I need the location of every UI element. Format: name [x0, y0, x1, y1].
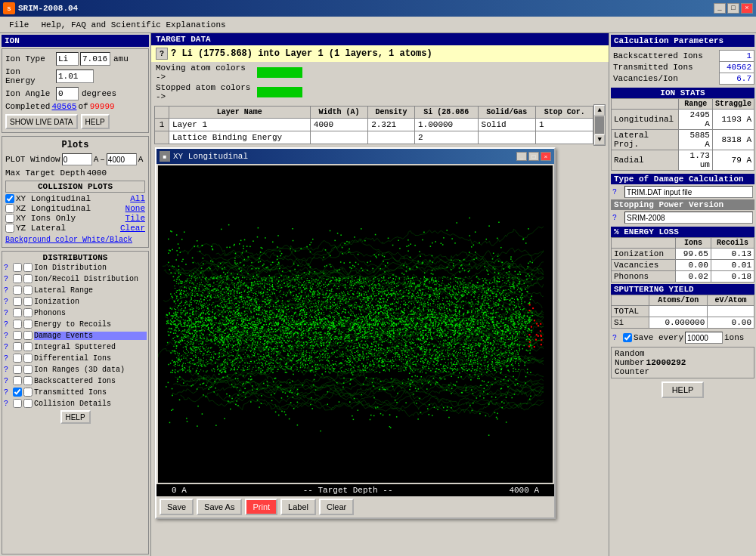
xy-print-button[interactable]: Print [245, 499, 277, 515]
ion-mass-input[interactable] [80, 52, 110, 66]
ion-energy-input[interactable] [56, 70, 94, 83]
moving-atom-color[interactable] [257, 67, 302, 78]
dist-chk1-7[interactable] [13, 331, 22, 340]
dist-q-2[interactable]: ? [4, 275, 11, 283]
xy-maximize[interactable]: □ [528, 152, 539, 161]
dist-chk2-1[interactable] [23, 263, 33, 272]
plot-from-input[interactable] [62, 153, 92, 165]
dist-chk1-10[interactable] [13, 365, 22, 374]
dist-label-8[interactable]: Integral Sputtered [34, 343, 147, 351]
dist-q-1[interactable]: ? [4, 264, 11, 272]
dist-chk1-9[interactable] [13, 354, 22, 363]
xy-long-checkbox[interactable] [5, 194, 14, 203]
xz-long-right[interactable]: None [125, 204, 145, 213]
dist-label-3[interactable]: Lateral Range [34, 286, 147, 295]
dist-chk2-6[interactable] [23, 320, 33, 329]
plot-to-input[interactable] [107, 153, 137, 165]
dist-q-13[interactable]: ? [4, 400, 11, 408]
stopped-atom-color[interactable] [257, 87, 302, 97]
xy-save-as-button[interactable]: Save As [197, 499, 242, 515]
dist-q-11[interactable]: ? [4, 377, 11, 385]
xy-long-right[interactable]: All [130, 194, 145, 203]
layer-density-1[interactable]: 2.321 [368, 119, 415, 131]
dist-label-2[interactable]: Ion/Recoil Distribution [34, 275, 147, 283]
dist-q-5[interactable]: ? [4, 309, 11, 317]
xy-label-button[interactable]: Label [280, 499, 316, 515]
dist-chk1-2[interactable] [13, 274, 22, 283]
dist-chk1-1[interactable] [13, 263, 22, 272]
ion-type-input[interactable] [56, 52, 79, 66]
dist-label-10[interactable]: Ion Ranges (3D data) [34, 366, 147, 374]
save-q[interactable]: ? [612, 334, 621, 342]
dist-q-3[interactable]: ? [4, 286, 11, 295]
distributions-help-button[interactable]: HELP [60, 410, 91, 424]
xy-ions-checkbox[interactable] [5, 214, 14, 223]
ion-angle-input[interactable] [56, 87, 79, 100]
dist-chk1-8[interactable] [13, 342, 22, 351]
dist-chk2-2[interactable] [23, 274, 33, 283]
dist-chk2-12[interactable] [23, 388, 33, 397]
dist-chk2-9[interactable] [23, 354, 33, 363]
info-q-button[interactable]: ? [156, 48, 168, 60]
ion-help-button[interactable]: HELP [81, 114, 110, 129]
show-live-data-button[interactable]: SHOW LIVE DATA [5, 114, 78, 129]
dist-chk1-3[interactable] [13, 286, 22, 295]
dist-q-6[interactable]: ? [4, 320, 11, 329]
minimize-button[interactable]: _ [714, 3, 726, 14]
xy-ions-right[interactable]: Tile [125, 214, 145, 223]
stopping-power-input[interactable] [624, 212, 753, 224]
xy-close[interactable]: × [541, 152, 551, 161]
stopping-q[interactable]: ? [612, 214, 621, 222]
dist-q-10[interactable]: ? [4, 366, 11, 374]
dist-label-13[interactable]: Collision Details [34, 400, 147, 408]
xy-save-button[interactable]: Save [160, 499, 194, 515]
dist-label-1[interactable]: Ion Distribution [34, 264, 147, 272]
dist-chk2-5[interactable] [23, 308, 33, 317]
dist-q-7[interactable]: ? [4, 332, 11, 340]
layer-width-1[interactable]: 4000 [310, 119, 367, 131]
dist-chk1-12[interactable] [13, 388, 22, 397]
scroll-up[interactable]: ▲ [594, 105, 605, 116]
dist-label-12[interactable]: Transmitted Ions [34, 388, 147, 397]
yz-lat-right[interactable]: Clear [120, 224, 145, 233]
dist-chk2-13[interactable] [23, 399, 33, 408]
maximize-button[interactable]: □ [727, 3, 739, 14]
layer-si-1[interactable]: 1.00000 [414, 119, 478, 131]
dist-label-11[interactable]: Backscattered Ions [34, 377, 147, 385]
scroll-down[interactable]: ▼ [594, 134, 605, 145]
damage-calc-input[interactable] [624, 186, 753, 198]
save-every-input[interactable] [685, 332, 723, 344]
dist-q-8[interactable]: ? [4, 343, 11, 351]
dist-q-12[interactable]: ? [4, 388, 11, 397]
dist-chk2-11[interactable] [23, 376, 33, 385]
dist-chk1-4[interactable] [13, 297, 22, 306]
dist-label-4[interactable]: Ionization [34, 298, 147, 306]
dist-chk2-8[interactable] [23, 342, 33, 351]
dist-chk1-6[interactable] [13, 320, 22, 329]
target-scrollbar[interactable]: ▲ ▼ [593, 104, 606, 146]
save-checkbox[interactable] [623, 333, 632, 342]
right-help-button[interactable]: HELP [662, 381, 705, 398]
layer-name-1[interactable]: Layer 1 [169, 119, 310, 131]
dist-label-7[interactable]: Damage Events [34, 332, 147, 340]
dist-chk2-7[interactable] [23, 331, 33, 340]
dist-q-4[interactable]: ? [4, 298, 11, 306]
menu-file[interactable]: File [3, 19, 35, 31]
xy-minimize[interactable]: _ [516, 152, 527, 161]
dist-label-6[interactable]: Energy to Recoils [34, 320, 147, 329]
dist-q-9[interactable]: ? [4, 354, 11, 363]
damage-q[interactable]: ? [612, 188, 621, 196]
dist-label-5[interactable]: Phonons [34, 309, 147, 317]
bg-color-row[interactable]: Background color White/Black [5, 236, 145, 244]
dist-chk2-4[interactable] [23, 297, 33, 306]
dist-label-9[interactable]: Differential Ions [34, 354, 147, 363]
xy-clear-button[interactable]: Clear [319, 499, 354, 515]
dist-chk1-13[interactable] [13, 399, 22, 408]
close-button[interactable]: × [741, 3, 753, 14]
xz-long-checkbox[interactable] [5, 204, 14, 213]
dist-chk1-11[interactable] [13, 376, 22, 385]
yz-lat-checkbox[interactable] [5, 224, 14, 233]
dist-chk1-5[interactable] [13, 308, 22, 317]
dist-chk2-3[interactable] [23, 286, 33, 295]
menu-help[interactable]: Help, FAQ and Scientific Explanations [35, 19, 231, 31]
